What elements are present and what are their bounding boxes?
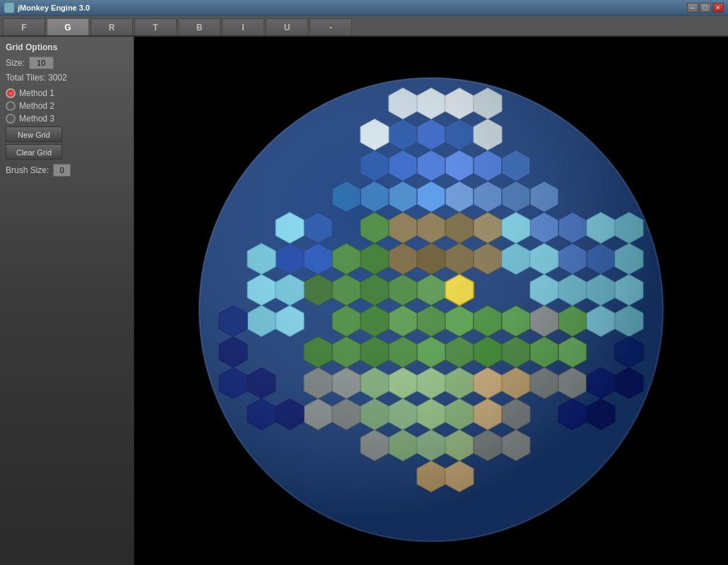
main-area: Grid Options Size: Total Tiles: 3002 Met… bbox=[0, 37, 728, 565]
method1-radio[interactable] bbox=[6, 88, 16, 98]
method3-row: Method 3 bbox=[6, 114, 128, 124]
tab--[interactable]: - bbox=[310, 18, 352, 35]
method2-label: Method 2 bbox=[19, 101, 54, 111]
tab-t[interactable]: T bbox=[134, 18, 177, 35]
brush-size-label: Brush Size: bbox=[6, 165, 49, 175]
app-icon bbox=[4, 3, 14, 13]
total-tiles-row: Total Tiles: 3002 bbox=[6, 73, 128, 83]
method1-row: Method 1 bbox=[6, 88, 128, 98]
minimize-button[interactable]: ─ bbox=[687, 3, 698, 13]
window-controls: ─ □ ✕ bbox=[687, 3, 724, 13]
size-input[interactable] bbox=[29, 56, 54, 69]
method3-radio[interactable] bbox=[6, 114, 16, 124]
svg-point-125 bbox=[198, 77, 664, 543]
title-text: jMonkey Engine 3.0 bbox=[18, 4, 687, 12]
clear-grid-button[interactable]: Clear Grid bbox=[6, 144, 62, 160]
method2-row: Method 2 bbox=[6, 101, 128, 111]
close-button[interactable]: ✕ bbox=[712, 3, 724, 13]
restore-button[interactable]: □ bbox=[700, 3, 711, 13]
globe-area bbox=[134, 37, 728, 565]
tab-u[interactable]: U bbox=[266, 18, 308, 35]
size-label: Size: bbox=[6, 58, 25, 68]
tab-f[interactable]: F bbox=[3, 18, 45, 35]
tab-g[interactable]: G bbox=[47, 18, 89, 35]
tab-b[interactable]: B bbox=[178, 18, 221, 35]
new-grid-button[interactable]: New Grid bbox=[6, 126, 62, 142]
grid-options-title: Grid Options bbox=[6, 42, 128, 52]
brush-size-row: Brush Size: bbox=[6, 164, 128, 177]
tab-i[interactable]: I bbox=[222, 18, 264, 35]
method3-label: Method 3 bbox=[19, 114, 54, 124]
method1-label: Method 1 bbox=[19, 88, 54, 98]
globe-container bbox=[184, 63, 679, 559]
method2-radio[interactable] bbox=[6, 101, 16, 111]
tab-bar: FGRTBIU- bbox=[0, 16, 728, 37]
brush-size-input[interactable] bbox=[53, 164, 71, 177]
tab-r[interactable]: R bbox=[90, 18, 133, 35]
sidebar: Grid Options Size: Total Tiles: 3002 Met… bbox=[0, 37, 134, 565]
title-bar: jMonkey Engine 3.0 ─ □ ✕ bbox=[0, 0, 728, 16]
size-row: Size: bbox=[6, 56, 128, 69]
